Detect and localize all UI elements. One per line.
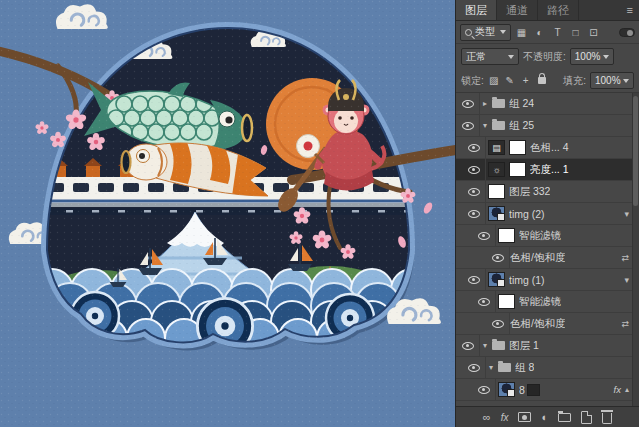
canvas[interactable] — [0, 0, 455, 427]
layers-panel: 图层 通道 路径 ≡ 类型 ▦ ◐ T □ ⊡ 正常 不透明度: — [455, 0, 639, 427]
lock-position-icon[interactable]: + — [520, 75, 532, 86]
panel-menu-icon[interactable]: ≡ — [621, 0, 639, 20]
visibility-toggle[interactable] — [462, 159, 486, 180]
blend-mode-select[interactable]: 正常 — [461, 48, 519, 65]
layer-row-group-24[interactable]: ▸ 组 24 — [456, 93, 639, 115]
visibility-toggle[interactable] — [462, 181, 486, 202]
fx-badge[interactable]: fx — [614, 384, 621, 395]
visibility-toggle[interactable] — [456, 93, 480, 114]
new-group-icon[interactable] — [558, 413, 571, 422]
new-layer-icon[interactable] — [581, 411, 592, 424]
photoshop-window: 图层 通道 路径 ≡ 类型 ▦ ◐ T □ ⊡ 正常 不透明度: — [0, 0, 639, 427]
filter-kind-select[interactable]: 类型 — [460, 24, 511, 41]
filter-blend-options-icon[interactable]: ⇄ — [621, 319, 629, 329]
layer-thumbnail[interactable] — [488, 184, 505, 199]
opacity-select[interactable]: 100% — [570, 48, 614, 65]
eye-icon — [462, 122, 474, 130]
layer-row-hue-saturation-filter[interactable]: 色相/饱和度 ⇄ — [456, 313, 639, 335]
folder-icon — [492, 341, 505, 350]
eye-icon — [492, 254, 504, 262]
tab-channels[interactable]: 通道 — [497, 0, 538, 20]
expand-arrow[interactable]: ▾ — [480, 121, 490, 130]
artwork-illustration — [0, 0, 455, 427]
filter-shape-icon[interactable]: □ — [568, 25, 583, 40]
visibility-toggle[interactable] — [486, 247, 510, 268]
visibility-toggle[interactable] — [456, 115, 480, 136]
opacity-value: 100% — [575, 51, 601, 62]
chevron-down-icon — [603, 55, 609, 59]
expand-arrow[interactable]: ▾ — [480, 341, 490, 350]
layer-row-layer-332[interactable]: 图层 332 — [456, 181, 639, 203]
eye-icon — [468, 166, 480, 174]
eye-icon — [468, 276, 480, 284]
visibility-toggle[interactable] — [472, 291, 496, 312]
layer-row-8[interactable]: 8 fx ▴ — [456, 379, 639, 401]
smart-filter-collapse-icon[interactable]: ▾ — [624, 209, 629, 219]
visibility-toggle[interactable] — [472, 379, 496, 400]
layer-row-hue-adjustment[interactable]: ▤ 色相... 4 — [456, 137, 639, 159]
visibility-toggle[interactable] — [462, 137, 486, 158]
layer-row-smart-filters[interactable]: 智能滤镜 — [456, 225, 639, 247]
eye-icon — [462, 100, 474, 108]
chevron-down-icon — [623, 79, 629, 83]
visibility-toggle[interactable] — [462, 357, 486, 378]
layer-row-layer-1[interactable]: ▾ 图层 1 — [456, 335, 639, 357]
panel-tabs: 图层 通道 路径 ≡ — [456, 0, 639, 21]
lock-transparency-icon[interactable]: ▨ — [488, 75, 500, 86]
filter-pixel-icon[interactable]: ▦ — [514, 25, 529, 40]
layer-row-hue-saturation-filter[interactable]: 色相/饱和度 ⇄ — [456, 247, 639, 269]
layer-row-group-25[interactable]: ▾ 组 25 — [456, 115, 639, 137]
expand-arrow[interactable]: ▸ — [480, 99, 490, 108]
layer-row-group-8[interactable]: ▾ 组 8 — [456, 357, 639, 379]
fx-collapse-icon[interactable]: ▴ — [625, 385, 629, 394]
smart-object-thumbnail[interactable] — [488, 206, 505, 221]
add-layer-mask-icon[interactable] — [518, 412, 531, 422]
expand-arrow[interactable]: ▾ — [486, 363, 496, 372]
smart-object-thumbnail[interactable] — [488, 272, 505, 287]
paper-grain — [0, 0, 455, 427]
chevron-down-icon — [508, 55, 514, 59]
layer-row-smart-filters[interactable]: 智能滤镜 — [456, 291, 639, 313]
lock-pixels-icon[interactable]: ✎ — [504, 75, 516, 86]
tab-paths[interactable]: 路径 — [538, 0, 579, 20]
visibility-toggle[interactable] — [462, 269, 486, 290]
smart-filter-thumbnail[interactable] — [498, 228, 515, 243]
lock-all-icon[interactable] — [538, 77, 546, 84]
visibility-toggle[interactable] — [472, 225, 496, 246]
smart-filter-collapse-icon[interactable]: ▾ — [624, 275, 629, 285]
layer-row-timg-2[interactable]: timg (2) ▾ — [456, 203, 639, 225]
filter-blend-options-icon[interactable]: ⇄ — [621, 253, 629, 263]
mask-thumbnail[interactable] — [527, 384, 540, 396]
mask-thumbnail[interactable] — [509, 162, 526, 177]
filter-type-icon[interactable]: T — [550, 25, 565, 40]
blend-mode-bar: 正常 不透明度: 100% — [456, 44, 639, 69]
layer-row-timg-1[interactable]: timg (1) ▾ — [456, 269, 639, 291]
layer-name: 组 24 — [509, 97, 534, 111]
layer-thumbnail[interactable] — [498, 382, 515, 397]
adjustment-thumbnail[interactable]: ☼ — [488, 162, 505, 177]
visibility-toggle[interactable] — [456, 335, 480, 356]
layer-row-brightness-adjustment[interactable]: ☼ 亮度... 1 — [456, 159, 639, 181]
adjustment-thumbnail[interactable]: ▤ — [488, 140, 505, 155]
mask-thumbnail[interactable] — [509, 140, 526, 155]
opacity-label: 不透明度: — [523, 50, 566, 64]
filter-kind-value: 类型 — [475, 25, 495, 39]
layer-list-scrollbar[interactable] — [632, 93, 639, 406]
eye-icon — [462, 342, 474, 350]
fill-select[interactable]: 100% — [590, 72, 634, 89]
link-layers-icon[interactable]: ∞ — [483, 411, 491, 423]
eye-icon — [492, 320, 504, 328]
delete-layer-icon[interactable] — [602, 413, 612, 424]
filter-adjustment-icon[interactable]: ◐ — [532, 25, 547, 40]
filter-toggle[interactable] — [619, 28, 635, 37]
filter-smart-object-icon[interactable]: ⊡ — [586, 25, 601, 40]
eye-icon — [468, 188, 480, 196]
tab-layers[interactable]: 图层 — [456, 0, 497, 20]
new-adjustment-layer-icon[interactable]: ◐ — [541, 411, 548, 423]
lock-label: 锁定: — [461, 74, 484, 88]
visibility-toggle[interactable] — [486, 313, 510, 334]
scrollbar-thumb[interactable] — [633, 96, 638, 206]
smart-filter-thumbnail[interactable] — [498, 294, 515, 309]
layer-style-icon[interactable]: fx — [501, 412, 509, 423]
visibility-toggle[interactable] — [462, 203, 486, 224]
